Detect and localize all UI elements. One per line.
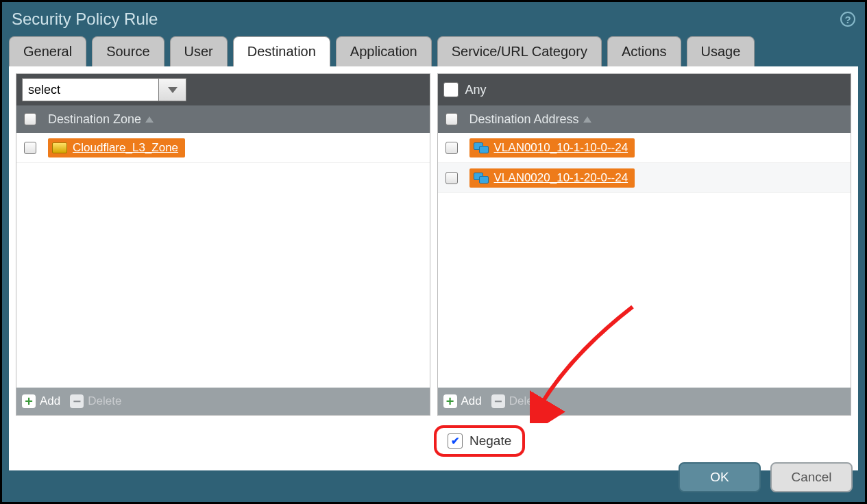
address-select-all-checkbox[interactable]	[445, 113, 458, 125]
minus-icon: −	[491, 394, 505, 408]
address-table-header: Destination Address	[438, 105, 851, 133]
sort-asc-icon	[145, 116, 154, 123]
zone-type-input[interactable]	[22, 78, 159, 101]
negate-highlight: Negate	[434, 425, 525, 457]
any-label: Any	[465, 83, 487, 97]
zone-add-button[interactable]: + Add	[22, 394, 60, 408]
dialog-buttons: OK Cancel	[679, 462, 853, 492]
address-chip-label: VLAN0020_10-1-20-0--24	[494, 171, 628, 185]
address-footer: + Add − Delete	[438, 388, 851, 415]
destination-panel: Destination Zone Cloudflare_L3_Zone +	[9, 66, 858, 423]
tab-user[interactable]: User	[170, 36, 228, 66]
address-add-button[interactable]: + Add	[443, 394, 482, 408]
tab-bar: General Source User Destination Applicat…	[2, 36, 865, 66]
cancel-button[interactable]: Cancel	[770, 462, 853, 492]
destination-zone-column: Destination Zone Cloudflare_L3_Zone +	[16, 73, 430, 416]
sort-asc-icon	[583, 116, 591, 123]
help-icon[interactable]: ?	[840, 12, 855, 27]
tab-usage[interactable]: Usage	[687, 36, 755, 66]
table-row: VLAN0010_10-1-10-0--24	[438, 133, 851, 163]
plus-icon: +	[22, 394, 36, 408]
row-checkbox[interactable]	[445, 172, 458, 184]
address-any-bar: Any	[438, 74, 851, 105]
address-chip[interactable]: VLAN0010_10-1-10-0--24	[469, 138, 635, 158]
row-checkbox[interactable]	[24, 142, 36, 154]
table-row: VLAN0020_10-1-20-0--24	[438, 163, 851, 193]
titlebar: Security Policy Rule ?	[2, 2, 865, 36]
network-icon	[474, 142, 489, 153]
ok-button[interactable]: OK	[679, 462, 761, 492]
address-delete-button: − Delete	[491, 394, 543, 408]
zone-chip-label: Cloudflare_L3_Zone	[73, 141, 178, 155]
chevron-down-icon	[168, 87, 178, 93]
zone-icon	[52, 142, 67, 153]
address-table-body: VLAN0010_10-1-10-0--24 VLAN0020_10-1-20-…	[438, 133, 851, 388]
network-icon	[474, 173, 489, 184]
plus-icon: +	[443, 394, 457, 408]
address-header-label[interactable]: Destination Address	[465, 112, 851, 127]
tab-application[interactable]: Application	[336, 36, 432, 66]
zone-select-all-checkbox[interactable]	[24, 113, 36, 125]
negate-checkbox[interactable]	[448, 433, 463, 449]
tab-destination[interactable]: Destination	[233, 36, 330, 66]
zone-type-select[interactable]	[22, 78, 186, 101]
zone-chip[interactable]: Cloudflare_L3_Zone	[48, 138, 185, 158]
zone-table-body: Cloudflare_L3_Zone	[16, 133, 430, 388]
tab-general[interactable]: General	[9, 36, 86, 66]
zone-delete-button: − Delete	[70, 394, 121, 408]
zone-header-label[interactable]: Destination Zone	[44, 112, 430, 127]
tab-source[interactable]: Source	[92, 36, 164, 66]
minus-icon: −	[70, 394, 84, 408]
negate-label: Negate	[469, 433, 511, 449]
zone-select-bar	[16, 74, 430, 105]
destination-address-column: Any Destination Address VLAN0010_10-1-10…	[437, 73, 852, 416]
zone-table-header: Destination Zone	[16, 105, 430, 133]
address-chip-label: VLAN0010_10-1-10-0--24	[494, 141, 628, 155]
dialog: Security Policy Rule ? General Source Us…	[0, 0, 867, 504]
tab-service-url[interactable]: Service/URL Category	[437, 36, 602, 66]
address-chip[interactable]: VLAN0020_10-1-20-0--24	[469, 168, 635, 188]
zone-footer: + Add − Delete	[16, 388, 430, 415]
tab-actions[interactable]: Actions	[607, 36, 681, 66]
zone-type-dropdown-button[interactable]	[159, 78, 186, 101]
row-checkbox[interactable]	[445, 142, 458, 154]
dialog-title: Security Policy Rule	[12, 10, 158, 29]
table-row: Cloudflare_L3_Zone	[16, 133, 430, 163]
any-checkbox[interactable]	[443, 82, 459, 97]
